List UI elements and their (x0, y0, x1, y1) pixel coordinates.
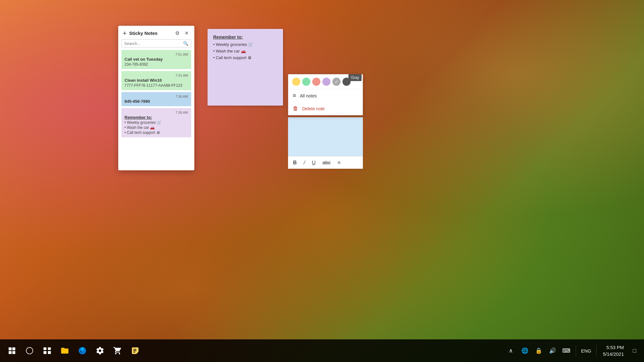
clock-date: 5/14/2021 (603, 351, 624, 357)
notes-list: 7:51 AM Call vet on Tuesday 234-765-8392… (118, 50, 194, 170)
format-toolbar: B / U abc ≡ (288, 156, 363, 169)
delete-note-menu-item[interactable]: 🗑 Delete note (288, 102, 363, 115)
color-swatch-gray[interactable]: ✓ (332, 78, 341, 86)
taskbar: ∧ 🌐 🔒 🔊 ⌨ ENG 5:53 PM 5/14/2021 □ (0, 339, 644, 362)
large-sticky-item-2: • Wash the car 🚗 (213, 49, 277, 53)
network-icon[interactable]: 🌐 (519, 345, 530, 356)
all-notes-icon: ≡ (293, 92, 296, 99)
svg-rect-4 (48, 351, 51, 354)
large-sticky-item-1: • Weekly groceries 🛒 (213, 42, 277, 47)
note-time-4: 7:38 AM (125, 111, 188, 114)
task-view-button[interactable] (39, 343, 55, 359)
vpn-icon[interactable]: 🔒 (533, 345, 544, 356)
panel-title: Sticky Notes (129, 30, 171, 36)
taskbar-divider (576, 345, 576, 356)
volume-icon[interactable]: 🔊 (547, 345, 558, 356)
color-swatch-yellow[interactable] (292, 78, 300, 86)
chevron-up-icon[interactable]: ∧ (505, 345, 517, 356)
sticky-notes-taskbar-button[interactable] (127, 343, 143, 359)
sticky-notes-panel: + Sticky Notes ⚙ ✕ 🔍 7:51 AM Call vet on… (118, 26, 194, 170)
taskbar-clock[interactable]: 5:53 PM 5/14/2021 (600, 344, 626, 357)
search-icon: 🔍 (183, 41, 188, 46)
language-indicator[interactable]: ENG (580, 348, 593, 354)
note-card-4[interactable]: 7:38 AM Remember to: • Weekly groceries … (121, 108, 191, 137)
note-body-item-3: • Call tech support 🖥 (125, 130, 188, 135)
panel-settings-button[interactable]: ⚙ (174, 30, 181, 37)
delete-note-label: Delete note (302, 106, 325, 111)
note-time-3: 7:38 AM (125, 95, 188, 98)
panel-header: + Sticky Notes ⚙ ✕ (118, 26, 194, 39)
clock-time: 5:53 PM (603, 344, 624, 351)
svg-point-0 (26, 348, 33, 354)
strikethrough-button[interactable]: abc (321, 159, 332, 166)
note-time-1: 7:51 AM (125, 52, 188, 56)
note-time-2: 7:41 AM (125, 74, 188, 77)
taskbar-right: ∧ 🌐 🔒 🔊 ⌨ ENG 5:53 PM 5/14/2021 □ (505, 344, 640, 357)
edge-button[interactable] (74, 343, 91, 359)
keyboard-icon[interactable]: ⌨ (561, 345, 572, 356)
italic-button[interactable]: / (303, 159, 306, 166)
search-bar: 🔍 (121, 39, 191, 47)
note-body-item-2: • Wash the car 🚗 (125, 125, 188, 130)
note-title-3: 845-456-7890 (125, 99, 188, 104)
note-body-item-1: • Weekly groceries 🛒 (125, 120, 188, 125)
taskbar-left (4, 343, 143, 359)
svg-rect-3 (43, 351, 46, 354)
gray-tooltip: Gray (348, 74, 362, 81)
svg-rect-1 (43, 348, 46, 350)
delete-note-icon: 🗑 (293, 105, 298, 112)
note-title-1: Call vet on Tuesday (125, 57, 188, 62)
file-explorer-button[interactable] (57, 343, 73, 359)
large-sticky-note[interactable]: Remember to: • Weekly groceries 🛒 • Wash… (208, 29, 283, 106)
search-input[interactable] (124, 41, 181, 46)
color-swatch-pink[interactable] (312, 78, 320, 86)
check-icon: ✓ (335, 79, 338, 84)
note-title-4: Remember to: (125, 115, 188, 120)
note-card-1[interactable]: 7:51 AM Call vet on Tuesday 234-765-8392 (121, 50, 191, 69)
all-notes-menu-item[interactable]: ≡ All notes (288, 89, 363, 102)
cortana-button[interactable] (21, 343, 38, 359)
bold-button[interactable]: B (292, 159, 298, 166)
settings-button[interactable] (92, 343, 108, 359)
add-note-button[interactable]: + (123, 30, 127, 37)
start-button[interactable] (4, 343, 20, 359)
taskbar-divider-2 (596, 345, 597, 356)
note-title-2: Clean install Win10 (125, 78, 188, 83)
color-swatch-purple[interactable] (322, 78, 330, 86)
store-button[interactable] (109, 343, 126, 359)
large-sticky-title: Remember to: (213, 35, 277, 40)
list-button[interactable]: ≡ (336, 159, 341, 166)
note-card-3[interactable]: 7:38 AM 845-456-7890 (121, 92, 191, 106)
panel-close-button[interactable]: ✕ (183, 30, 190, 37)
large-sticky-item-3: • Call tech support 🖥 (213, 55, 277, 60)
note-body-2: 7777-FFF76-11177-AAA88-FF123 (125, 83, 188, 88)
note-body-1: 234-765-8392 (125, 62, 188, 67)
note-card-2[interactable]: 7:41 AM Clean install Win10 7777-FFF76-1… (121, 71, 191, 90)
notification-icon[interactable]: □ (629, 345, 640, 356)
underline-button[interactable]: U (311, 159, 317, 166)
svg-rect-2 (48, 348, 51, 350)
color-swatch-green[interactable] (302, 78, 310, 86)
all-notes-label: All notes (300, 93, 317, 98)
blue-note-editing-area[interactable] (288, 117, 363, 156)
desktop-overlay (0, 0, 644, 362)
